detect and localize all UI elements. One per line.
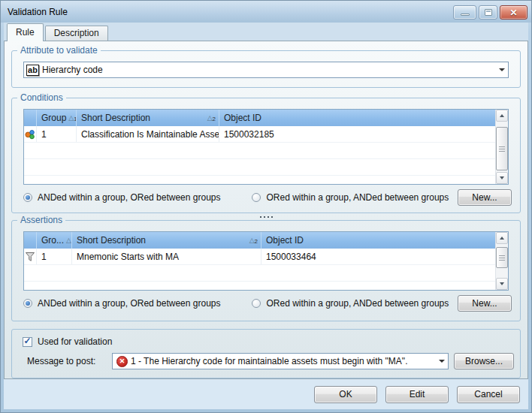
row-icon-cell xyxy=(24,249,37,264)
used-for-validation-label[interactable]: Used for validation xyxy=(38,336,112,347)
browse-button[interactable]: Browse... xyxy=(454,353,514,369)
sort-asc-icon: △1 xyxy=(68,114,77,122)
column-header-short-description[interactable]: Short Description △2 xyxy=(72,232,261,249)
column-header-group[interactable]: Gro... △1 xyxy=(37,232,72,249)
minimize-icon xyxy=(461,14,470,16)
dropdown-arrow-icon[interactable] xyxy=(435,354,448,369)
column-header-short-description[interactable]: Short Description △2 xyxy=(77,110,219,126)
radio-anded-label[interactable]: ANDed within a group, ORed between group… xyxy=(38,192,220,203)
conditions-group-label: Conditions xyxy=(17,92,66,104)
splitter-handle[interactable] xyxy=(9,213,523,220)
dropdown-arrow-icon[interactable] xyxy=(495,62,508,77)
used-for-validation-row: ✓ Used for validation xyxy=(23,336,520,347)
cancel-button[interactable]: Cancel xyxy=(457,386,520,403)
dialog-footer: OK Edit Cancel xyxy=(4,379,528,409)
row-icon-cell xyxy=(24,126,37,142)
scrollbar-thumb[interactable] xyxy=(496,247,508,268)
condition-balls-icon xyxy=(25,129,35,140)
used-for-validation-checkbox[interactable]: ✓ xyxy=(23,337,32,347)
cell-object-id: 1500032185 xyxy=(219,126,495,142)
assertions-logic-options: ANDed within a group, ORed between group… xyxy=(23,294,512,312)
maximize-button[interactable] xyxy=(479,5,497,20)
cell-object-id: 1500033464 xyxy=(261,249,495,264)
tab-description-label: Description xyxy=(54,28,99,38)
table-row-empty xyxy=(24,265,508,282)
attribute-group-label: Attribute to validate xyxy=(17,45,101,56)
column-label: Object ID xyxy=(266,235,304,246)
tab-page-rule: Attribute to validate ab Hierarchy code … xyxy=(4,41,528,379)
column-header-group[interactable]: Group △1 xyxy=(37,110,77,126)
sort-asc-icon: △2 xyxy=(249,237,258,245)
cell-group: 1 xyxy=(37,249,72,264)
assertions-group: Assertions Gro... △1 Short Description △… xyxy=(11,220,521,321)
column-header-icon[interactable] xyxy=(24,110,37,126)
ok-button[interactable]: OK xyxy=(314,386,377,403)
radio-ored-within-group[interactable] xyxy=(252,193,261,202)
conditions-new-button[interactable]: New... xyxy=(458,189,512,206)
assertions-group-label: Assertions xyxy=(17,215,65,226)
column-label: Object ID xyxy=(224,113,261,123)
conditions-table: Group △1 Short Description △2 Object ID xyxy=(23,109,509,185)
scrollbar-thumb[interactable] xyxy=(496,127,508,170)
assertions-table: Gro... △1 Short Description △2 Object ID xyxy=(23,231,509,291)
tab-description[interactable]: Description xyxy=(45,26,108,41)
text-attribute-icon: ab xyxy=(26,65,39,76)
attribute-value: Hierarchy code xyxy=(39,65,103,75)
titlebar[interactable]: Validation Rule ✕ xyxy=(1,1,531,23)
column-label: Gro... xyxy=(41,235,64,246)
column-header-object-id[interactable]: Object ID xyxy=(219,110,495,126)
close-icon: ✕ xyxy=(509,8,517,17)
vertical-scrollbar[interactable] xyxy=(495,110,508,184)
message-combobox[interactable]: ✕ 1 - The Hierarchy code for maintainabl… xyxy=(112,353,449,369)
cell-group: 1 xyxy=(37,126,77,142)
edit-button[interactable]: Edit xyxy=(385,386,449,403)
check-icon: ✓ xyxy=(23,337,31,345)
column-label: Short Description xyxy=(77,235,146,246)
assertions-new-button[interactable]: New... xyxy=(458,295,512,312)
radio-ored-label[interactable]: ORed within a group, ANDed between group… xyxy=(266,192,449,203)
scroll-up-button[interactable] xyxy=(496,110,508,122)
validation-rule-dialog: Validation Rule ✕ Rule Description Attri… xyxy=(0,0,532,413)
maximize-icon xyxy=(485,9,492,16)
table-row-empty xyxy=(24,143,508,159)
column-header-object-id[interactable]: Object ID xyxy=(261,232,495,249)
close-button[interactable]: ✕ xyxy=(500,5,527,20)
scroll-down-button[interactable] xyxy=(496,172,508,184)
message-to-post-row: Message to post: ✕ 1 - The Hierarchy cod… xyxy=(27,353,514,369)
column-label: Group xyxy=(41,113,66,123)
table-row-empty xyxy=(24,282,508,291)
cell-short-description: Classification Is Maintainable Asset xyxy=(77,126,219,142)
message-to-post-label: Message to post: xyxy=(27,356,112,366)
sort-asc-icon: △1 xyxy=(66,237,72,245)
scroll-up-button[interactable] xyxy=(496,232,508,244)
column-header-icon[interactable] xyxy=(24,232,37,249)
window-controls: ✕ xyxy=(453,5,527,20)
scroll-down-icon xyxy=(500,176,504,179)
assertions-table-header: Gro... △1 Short Description △2 Object ID xyxy=(24,232,508,249)
table-row[interactable]: 1 Mnemonic Starts with MA 1500033464 xyxy=(24,249,508,265)
error-icon: ✕ xyxy=(116,356,128,367)
conditions-table-header: Group △1 Short Description △2 Object ID xyxy=(24,110,508,126)
dialog-client-area: Rule Description Attribute to validate a… xyxy=(4,23,528,409)
tab-rule[interactable]: Rule xyxy=(7,23,44,41)
tab-bar: Rule Description xyxy=(4,23,528,41)
attribute-combobox[interactable]: ab Hierarchy code xyxy=(23,62,509,78)
scroll-down-icon xyxy=(500,282,504,285)
radio-ored-label[interactable]: ORed within a group, ANDed between group… xyxy=(266,298,449,309)
table-row-empty xyxy=(24,159,508,176)
scroll-down-button[interactable] xyxy=(496,278,508,290)
message-value: 1 - The Hierarchy code for maintainable … xyxy=(128,356,407,366)
minimize-button[interactable] xyxy=(453,5,476,20)
radio-anded-label[interactable]: ANDed within a group, ORed between group… xyxy=(38,298,220,309)
sort-asc-icon: △2 xyxy=(207,114,216,122)
column-label: Short Description xyxy=(81,113,150,123)
radio-anded-within-group[interactable] xyxy=(23,193,32,202)
radio-ored-within-group[interactable] xyxy=(252,299,261,308)
radio-anded-within-group[interactable] xyxy=(23,299,32,308)
tab-rule-label: Rule xyxy=(16,27,35,38)
window-title: Validation Rule xyxy=(8,7,68,17)
vertical-scrollbar[interactable] xyxy=(495,232,508,290)
table-row[interactable]: 1 Classification Is Maintainable Asset 1… xyxy=(24,126,508,143)
conditions-group: Conditions Group △1 Short Description △2 xyxy=(11,98,521,213)
table-row-empty xyxy=(24,176,508,185)
